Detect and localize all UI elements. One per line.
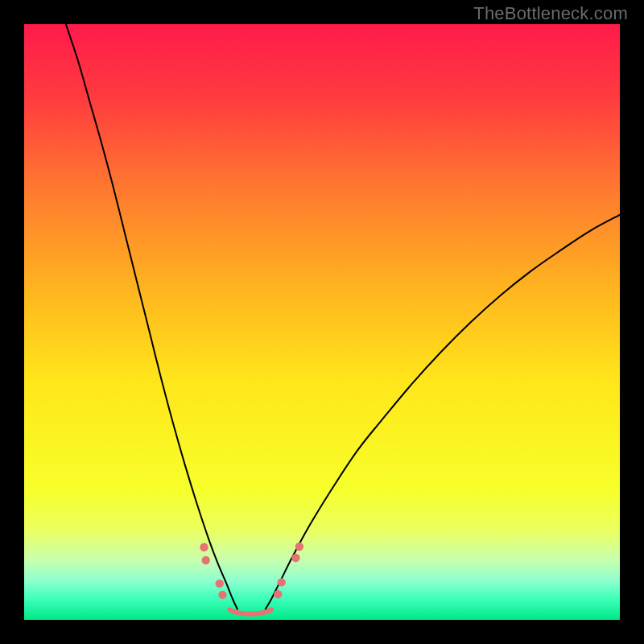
chart-frame: TheBottleneck.com (0, 0, 644, 644)
right-dot-upper-a (291, 554, 299, 562)
right-dot-lower-b (277, 578, 285, 586)
left-dot-lower-b (218, 591, 226, 599)
right-dot-upper-b (295, 543, 303, 551)
plot-area (24, 24, 620, 620)
left-dot-lower-a (216, 580, 224, 588)
left-dot-upper-b (202, 556, 210, 564)
left-dot-upper-a (200, 543, 208, 551)
right-dot-lower-a (274, 590, 282, 598)
chart-background (24, 24, 620, 620)
chart-svg (24, 24, 620, 620)
watermark-text: TheBottleneck.com (473, 3, 628, 24)
